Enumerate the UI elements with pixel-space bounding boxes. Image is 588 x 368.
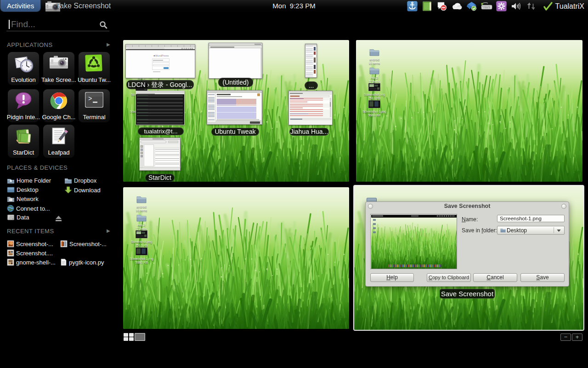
svg-text:>: > [88,95,92,103]
